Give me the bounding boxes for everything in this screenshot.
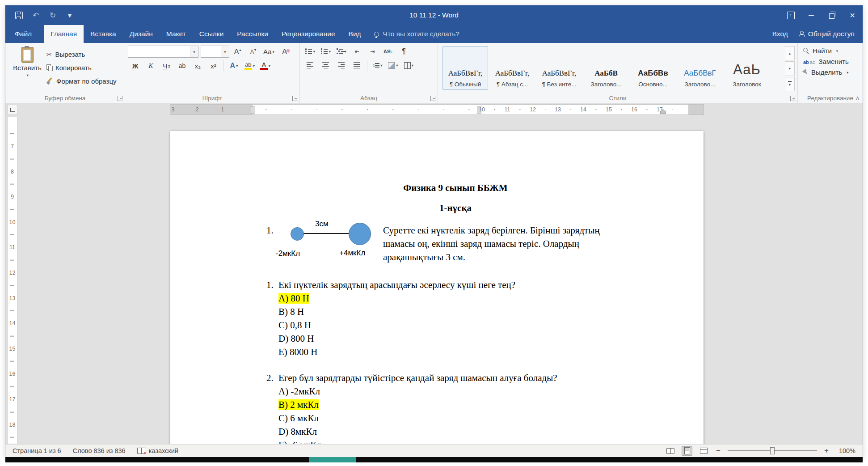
question-body: Екі нүктелік зарядтың арасындағы әсерлес… bbox=[278, 278, 515, 359]
style-strong[interactable]: АаБбВв Основно... bbox=[630, 46, 676, 90]
underline-button[interactable]: Ч▾ bbox=[159, 60, 174, 72]
document-page[interactable]: Физика 9 сынып ББЖМ 1-нұсқа 1. 3см -2мкК… bbox=[170, 131, 704, 444]
copy-button[interactable]: Копировать bbox=[46, 62, 117, 73]
tab-insert[interactable]: Вставка bbox=[84, 25, 123, 43]
page-count[interactable]: Страница 1 из 6 bbox=[13, 447, 61, 454]
clear-formatting-button[interactable]: А bbox=[277, 46, 292, 58]
tab-layout[interactable]: Макет bbox=[160, 25, 193, 43]
grow-font-button[interactable]: А▴ bbox=[230, 46, 245, 58]
sign-in-button[interactable]: Вход bbox=[772, 30, 788, 38]
bold-button[interactable]: Ж bbox=[128, 60, 143, 72]
increase-indent-button[interactable]: ⇥ bbox=[365, 46, 380, 57]
style-title[interactable]: АаЬ Заголовок bbox=[724, 46, 770, 90]
share-button[interactable]: Общий доступ bbox=[799, 30, 855, 38]
format-painter-label: Формат по образцу bbox=[56, 77, 117, 85]
ruler-number: 10 bbox=[9, 220, 16, 225]
ruler-number: 11 bbox=[505, 107, 510, 113]
bullets-button[interactable]: ▾ bbox=[303, 46, 317, 57]
style-no-spacing[interactable]: АаБбВвГг, ¶ Без инте... bbox=[536, 46, 582, 90]
style-paragraph-list[interactable]: АаБбВвГг, ¶ Абзац с... bbox=[489, 46, 535, 90]
ruler-number: 16 bbox=[631, 107, 637, 113]
tab-review[interactable]: Рецензирование bbox=[275, 25, 342, 43]
align-right-icon bbox=[338, 62, 345, 69]
tab-mailings[interactable]: Рассылки bbox=[230, 25, 275, 43]
font-color-button[interactable]: А ▾ bbox=[258, 60, 273, 72]
find-button[interactable]: Найти ▾ bbox=[803, 47, 859, 55]
tab-references[interactable]: Ссылки bbox=[193, 25, 231, 43]
vertical-ruler[interactable]: 7 8 9 10 11 12 13 14 15 16 17 18 19 bbox=[7, 117, 17, 444]
align-left-button[interactable] bbox=[303, 59, 317, 71]
save-button[interactable] bbox=[11, 7, 27, 23]
select-button[interactable]: Выделить ▾ bbox=[803, 68, 859, 76]
web-layout-button[interactable] bbox=[698, 446, 709, 456]
tab-design[interactable]: Дизайн bbox=[123, 25, 160, 43]
font-name-combobox[interactable]: ▾ bbox=[128, 46, 198, 58]
tab-view[interactable]: Вид bbox=[342, 25, 368, 43]
tab-selector-button[interactable] bbox=[7, 105, 17, 115]
paste-button[interactable]: Вставить ▾ bbox=[8, 45, 46, 92]
dialog-launcher-icon[interactable] bbox=[790, 96, 796, 101]
language-selector[interactable]: казахский bbox=[137, 447, 178, 454]
sort-button[interactable]: АЯ↓ bbox=[381, 46, 396, 57]
line-spacing-button[interactable]: ↕▾ bbox=[370, 59, 385, 71]
ribbon-display-options-button[interactable]: ↑ bbox=[780, 5, 801, 25]
tab-file[interactable]: Файл bbox=[5, 25, 41, 43]
font-size-combobox[interactable]: ▾ bbox=[201, 46, 229, 58]
text-highlight-button[interactable]: ab ▾ bbox=[242, 60, 257, 72]
change-case-button[interactable]: Аа▾ bbox=[261, 46, 276, 58]
decrease-indent-button[interactable]: ⇤ bbox=[350, 46, 364, 57]
restore-button[interactable] bbox=[822, 5, 842, 25]
dialog-launcher-icon[interactable] bbox=[430, 96, 436, 101]
distance-label: 3см bbox=[315, 217, 329, 231]
zoom-slider[interactable] bbox=[728, 450, 817, 451]
align-right-button[interactable] bbox=[334, 59, 349, 71]
indent-icon: ⇥ bbox=[370, 48, 375, 55]
redo-button[interactable]: ↻ bbox=[45, 7, 61, 23]
customize-qat-button[interactable]: ▾ bbox=[62, 7, 78, 23]
minimize-button[interactable]: ─ bbox=[801, 5, 822, 25]
format-painter-button[interactable]: Формат по образцу bbox=[46, 75, 117, 87]
print-layout-button[interactable] bbox=[682, 446, 692, 456]
styles-scroll-down-button[interactable]: ▾ bbox=[785, 61, 795, 76]
borders-button[interactable]: ▾ bbox=[401, 59, 416, 71]
text-effects-button[interactable]: А▾ bbox=[227, 60, 241, 72]
zoom-level[interactable]: 100% bbox=[836, 447, 855, 454]
tell-me-box[interactable]: Что вы хотите сделать? bbox=[368, 25, 466, 43]
web-layout-icon bbox=[700, 448, 708, 454]
zoom-in-button[interactable]: + bbox=[823, 446, 830, 455]
zoom-out-button[interactable]: − bbox=[715, 446, 722, 455]
book-icon bbox=[666, 448, 674, 454]
close-button[interactable]: × bbox=[842, 5, 863, 25]
ruler-grip[interactable] bbox=[251, 106, 255, 114]
horizontal-ruler[interactable]: 3 2 1 10 11 12 13 14 15 16 17 bbox=[170, 105, 704, 114]
undo-button[interactable]: ↶ bbox=[28, 7, 44, 23]
shading-button[interactable]: ▾ bbox=[386, 59, 400, 71]
zoom-slider-thumb[interactable] bbox=[770, 447, 775, 454]
superscript-button[interactable]: x² bbox=[206, 60, 221, 72]
subscript-button[interactable]: x₂ bbox=[190, 60, 205, 72]
multilevel-list-button[interactable]: ▾ bbox=[334, 46, 349, 57]
intro-text: Суретте екі нүктелік заряд берілген. Бір… bbox=[383, 217, 613, 264]
show-marks-button[interactable]: ¶ bbox=[396, 46, 411, 57]
read-mode-button[interactable] bbox=[665, 446, 676, 456]
italic-button[interactable]: К bbox=[143, 60, 158, 72]
cut-button[interactable]: ✂ Вырезать bbox=[46, 48, 117, 60]
style-heading2[interactable]: АаБбВвГ Заголово... bbox=[677, 46, 723, 90]
style-normal[interactable]: АаБбВвГг, ¶ Обычный bbox=[442, 46, 488, 90]
tab-home[interactable]: Главная bbox=[44, 25, 84, 43]
collapse-ribbon-button[interactable]: ∧ bbox=[855, 95, 860, 101]
dialog-launcher-icon[interactable] bbox=[292, 96, 298, 101]
styles-gallery-expand-button[interactable]: ▾ bbox=[785, 77, 795, 91]
justify-button[interactable] bbox=[350, 59, 364, 71]
style-heading1[interactable]: АаБбВ Заголово... bbox=[583, 46, 629, 90]
chevron-down-icon[interactable]: ▾ bbox=[190, 46, 198, 57]
replace-button[interactable]: Заменить bbox=[803, 58, 859, 65]
chevron-down-icon[interactable]: ▾ bbox=[221, 46, 229, 57]
numbering-button[interactable]: ▾ bbox=[318, 46, 333, 57]
styles-scroll-up-button[interactable]: ▴ bbox=[785, 46, 795, 60]
word-count[interactable]: Слово 836 из 836 bbox=[73, 447, 126, 454]
align-center-button[interactable] bbox=[318, 59, 333, 71]
strikethrough-button[interactable]: ab bbox=[175, 60, 190, 72]
shrink-font-button[interactable]: А▾ bbox=[246, 46, 261, 58]
dialog-launcher-icon[interactable] bbox=[118, 96, 123, 101]
